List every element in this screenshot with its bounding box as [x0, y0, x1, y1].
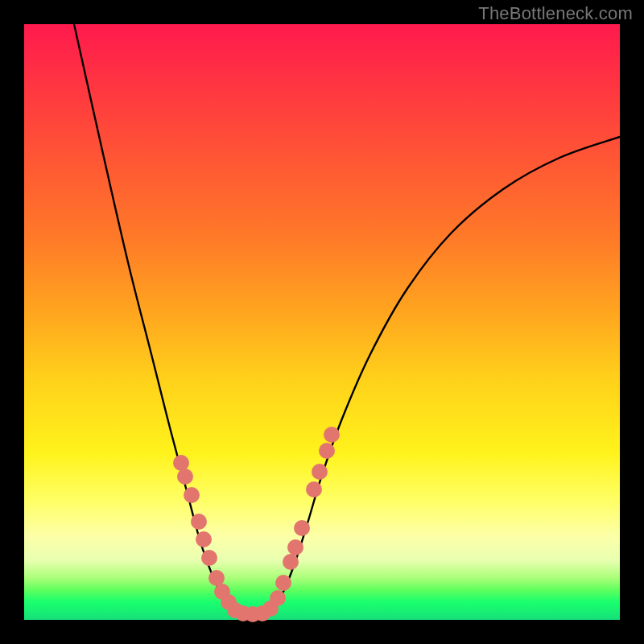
data-point [324, 427, 340, 443]
data-point [287, 539, 303, 555]
data-point [312, 464, 328, 480]
data-point [201, 550, 217, 566]
data-point [319, 443, 335, 459]
data-point [177, 469, 193, 485]
data-point [184, 487, 200, 503]
data-point [283, 554, 299, 570]
curve-svg [24, 24, 620, 620]
data-point [275, 575, 291, 591]
data-points-group [173, 427, 340, 622]
bottleneck-curve [74, 24, 620, 615]
data-point [191, 514, 207, 530]
data-point [270, 590, 286, 606]
chart-frame: TheBottleneck.com [0, 0, 644, 644]
data-point [294, 520, 310, 536]
plot-area [24, 24, 620, 620]
data-point [173, 455, 189, 471]
data-point [306, 481, 322, 497]
data-point [196, 531, 212, 547]
watermark-text: TheBottleneck.com [478, 3, 633, 24]
